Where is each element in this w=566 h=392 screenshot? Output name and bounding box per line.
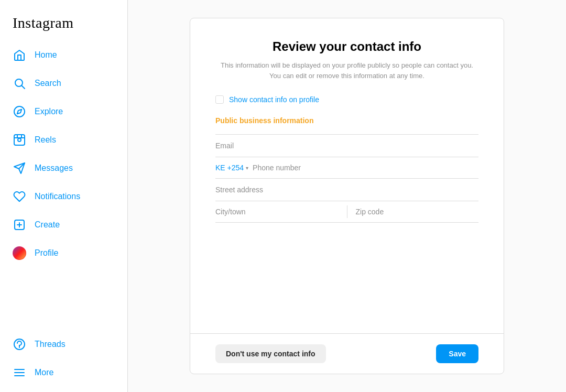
card-footer: Don't use my contact info Save xyxy=(190,333,504,374)
country-code-value: KE +254 xyxy=(215,164,244,172)
section-heading: Public business information xyxy=(215,116,478,125)
zip-input[interactable] xyxy=(356,201,479,222)
sidebar-item-profile[interactable]: Profile xyxy=(6,240,121,266)
svg-marker-3 xyxy=(17,110,21,114)
avatar xyxy=(13,246,26,260)
notifications-icon xyxy=(13,190,26,203)
notifications-label: Notifications xyxy=(35,192,80,201)
svg-point-5 xyxy=(18,138,21,141)
more-label: More xyxy=(35,368,53,377)
nav-menu: Home Search Explore xyxy=(6,42,121,331)
sidebar-item-threads[interactable]: Threads xyxy=(6,331,121,357)
col-divider xyxy=(347,205,347,218)
svg-line-1 xyxy=(22,86,25,89)
country-code-selector[interactable]: KE +254 ▾ xyxy=(215,164,248,172)
reels-icon xyxy=(13,133,26,147)
show-contact-row: Show contact info on profile xyxy=(215,95,478,104)
sidebar-item-messages[interactable]: Messages xyxy=(6,155,121,181)
explore-icon xyxy=(13,105,26,118)
search-label: Search xyxy=(35,79,61,88)
email-field-row xyxy=(215,134,478,157)
form-fields: KE +254 ▾ xyxy=(215,134,478,223)
create-icon xyxy=(13,218,26,232)
svg-rect-4 xyxy=(14,135,25,145)
sidebar-item-home[interactable]: Home xyxy=(6,42,121,68)
sidebar-item-more[interactable]: More xyxy=(6,360,121,386)
home-icon xyxy=(13,48,26,62)
card-body: Review your contact info This informatio… xyxy=(190,18,504,333)
phone-input[interactable] xyxy=(253,164,478,172)
sidebar-bottom: Threads More xyxy=(6,331,121,386)
card-title: Review your contact info xyxy=(215,39,478,54)
sidebar-item-explore[interactable]: Explore xyxy=(6,99,121,125)
chevron-down-icon: ▾ xyxy=(246,165,248,171)
app-logo: Instagram xyxy=(6,6,121,42)
show-contact-label[interactable]: Show contact info on profile xyxy=(229,95,319,104)
main-content: Review your contact info This informatio… xyxy=(128,0,566,392)
reels-label: Reels xyxy=(35,135,56,145)
sidebar: Instagram Home Search xyxy=(0,0,128,392)
show-contact-checkbox[interactable] xyxy=(215,95,224,104)
threads-icon xyxy=(13,337,26,351)
phone-field-row: KE +254 ▾ xyxy=(215,157,478,179)
street-input[interactable] xyxy=(215,186,478,194)
sidebar-item-notifications[interactable]: Notifications xyxy=(6,183,121,210)
threads-label: Threads xyxy=(35,340,66,349)
messages-label: Messages xyxy=(35,164,73,173)
sidebar-item-create[interactable]: Create xyxy=(6,212,121,238)
sidebar-item-search[interactable]: Search xyxy=(6,70,121,96)
city-input[interactable] xyxy=(215,201,339,222)
street-field-row xyxy=(215,179,478,201)
save-button[interactable]: Save xyxy=(436,344,478,363)
contact-info-card: Review your contact info This informatio… xyxy=(190,18,504,374)
card-subtitle: This information will be displayed on yo… xyxy=(215,60,478,81)
explore-label: Explore xyxy=(35,107,63,116)
messages-icon xyxy=(13,161,26,175)
sidebar-item-reels[interactable]: Reels xyxy=(6,127,121,153)
city-zip-row xyxy=(215,201,478,223)
email-input[interactable] xyxy=(215,141,478,150)
create-label: Create xyxy=(35,220,60,230)
dont-use-button[interactable]: Don't use my contact info xyxy=(215,344,326,363)
more-icon xyxy=(13,366,26,379)
home-label: Home xyxy=(35,50,57,60)
profile-label: Profile xyxy=(35,248,58,258)
svg-point-2 xyxy=(14,106,25,117)
search-icon xyxy=(13,77,26,90)
